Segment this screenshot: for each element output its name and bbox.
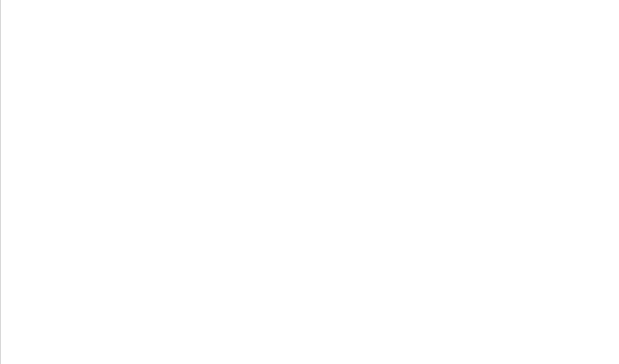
beam-monitor-dashboard — [0, 0, 619, 364]
left-plot — [1, 0, 270, 364]
panel-left — [0, 0, 270, 364]
panel-right — [270, 0, 619, 364]
right-plot — [270, 0, 619, 364]
